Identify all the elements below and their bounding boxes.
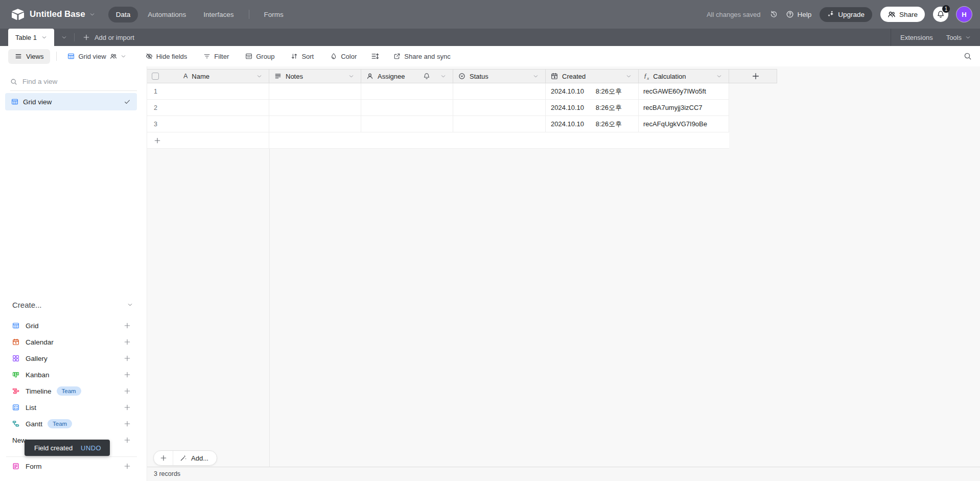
cell-notes[interactable] [269,83,361,99]
column-menu-chevron[interactable] [256,74,262,79]
cell-created[interactable]: 2024.10.108:26오후 [546,83,639,99]
create-item-calendar[interactable]: Calendar [5,334,137,350]
add-view-plus-icon[interactable] [124,387,131,395]
column-menu-chevron[interactable] [348,74,354,79]
column-header-calculation[interactable]: ƒxCalculation [639,70,729,83]
views-button[interactable]: Views [8,49,50,64]
column-menu-chevron[interactable] [716,74,722,79]
add-record-row[interactable] [147,132,729,149]
extensions-button[interactable]: Extensions [900,34,933,41]
add-view-plus-icon[interactable] [124,355,131,362]
cell-name[interactable]: 3 [147,116,269,132]
create-item-gantt[interactable]: GanttTeam [5,416,137,432]
add-with-ai-button[interactable]: Add... [173,454,217,462]
add-view-plus-icon[interactable] [124,338,131,346]
create-item-kanban[interactable]: Kanban [5,367,137,383]
gallery-view-icon [12,355,19,362]
undo-button[interactable]: UNDO [81,444,101,452]
create-item-list[interactable]: List [5,399,137,416]
share-and-sync-button[interactable]: Share and sync [389,49,455,64]
create-section-header[interactable]: Create... [12,301,135,309]
calculation-value: recBA7umyjj3izCC7 [643,104,703,111]
share-button[interactable]: Share [880,7,925,22]
notifications-button[interactable]: 1 [933,7,948,22]
hide-fields-button[interactable]: Hide fields [141,49,192,64]
column-header-assignee[interactable]: Assignee [361,70,453,83]
upgrade-button[interactable]: Upgrade [820,7,872,22]
cell-assignee[interactable] [361,83,453,99]
select-all-checkbox[interactable] [152,73,159,80]
add-view-plus-icon[interactable] [124,463,131,470]
add-view-plus-icon[interactable] [124,420,131,427]
gantt-view-icon [12,420,19,427]
cell-created[interactable]: 2024.10.108:26오후 [546,116,639,132]
column-menu-chevron[interactable] [533,74,539,79]
cell-status[interactable] [453,83,546,99]
add-or-import-button[interactable]: Add or import [75,29,143,46]
column-header-name[interactable]: AName [147,70,269,83]
nav-forms[interactable]: Forms [256,7,291,22]
column-header-created[interactable]: Created [546,70,639,83]
cell-status[interactable] [453,100,546,116]
create-item-form[interactable]: Form [5,458,137,474]
create-item-label: Timeline [26,387,52,395]
row-height-button[interactable] [366,49,384,64]
table-row[interactable]: 12024.10.108:26오후recGAWE60y7IWo5ft [147,83,729,100]
cell-notes[interactable] [269,100,361,116]
sidebar-view-grid-view[interactable]: Grid view [5,93,137,110]
column-menu-chevron[interactable] [626,74,632,79]
add-view-plus-icon[interactable] [124,404,131,411]
create-item-timeline[interactable]: TimelineTeam [5,383,137,399]
add-record-button[interactable] [154,451,173,465]
field-type-icon: A [183,73,188,80]
add-view-plus-icon[interactable] [124,371,131,378]
add-view-plus-icon[interactable] [124,322,131,329]
create-item-label: List [26,404,36,411]
grid-view-button[interactable]: Grid view [63,49,130,64]
find-view-search[interactable] [10,73,137,91]
cell-name[interactable]: 2 [147,100,269,116]
cell-calculation[interactable]: recBA7umyjj3izCC7 [639,100,729,116]
team-badge: Team [48,419,72,428]
add-field-button[interactable] [729,70,777,83]
cell-assignee[interactable] [361,116,453,132]
find-view-input[interactable] [22,78,114,85]
cell-calculation[interactable]: recGAWE60y7IWo5ft [639,83,729,99]
created-time: 8:26오후 [596,103,622,112]
column-menu-chevron[interactable] [440,74,446,79]
cell-created[interactable]: 2024.10.108:26오후 [546,100,639,116]
column-header-status[interactable]: Status [453,70,546,83]
cell-assignee[interactable] [361,100,453,116]
base-title-menu[interactable]: Untitled Base [30,9,95,19]
calculation-value: recGAWE60y7IWo5ft [643,87,706,95]
avatar[interactable]: H [956,7,972,22]
history-icon[interactable] [769,10,778,18]
cell-notes[interactable] [269,116,361,132]
cell-calculation[interactable]: recAFqUgkVG7I9oBe [639,116,729,132]
create-item-grid[interactable]: Grid [5,317,137,334]
table-row[interactable]: 22024.10.108:26오후recBA7umyjj3izCC7 [147,100,729,116]
color-button[interactable]: Color [325,49,361,64]
search-icon[interactable] [964,52,972,60]
table-row[interactable]: 32024.10.108:26오후recAFqUgkVG7I9oBe [147,116,729,132]
bell-icon[interactable] [423,73,430,80]
table-list-chevron[interactable] [54,29,74,46]
help-button[interactable]: Help [786,10,811,18]
column-name: Created [562,73,621,80]
add-record-pill: Add... [153,450,217,466]
grid-view-icon [11,98,18,105]
add-view-plus-icon[interactable] [124,437,131,444]
sort-button[interactable]: Sort [286,49,318,64]
create-item-gallery[interactable]: Gallery [5,350,137,367]
nav-automations[interactable]: Automations [140,7,194,22]
column-header-notes[interactable]: Notes [269,70,361,83]
tab-table-1[interactable]: Table 1 [8,29,54,46]
group-button[interactable]: Group [241,49,279,64]
filter-button[interactable]: Filter [199,49,234,64]
nav-interfaces[interactable]: Interfaces [196,7,241,22]
cell-status[interactable] [453,116,546,132]
collaborators-icon [110,53,117,60]
cell-name[interactable]: 1 [147,83,269,99]
nav-data[interactable]: Data [108,7,138,22]
tools-button[interactable]: Tools [946,34,971,41]
